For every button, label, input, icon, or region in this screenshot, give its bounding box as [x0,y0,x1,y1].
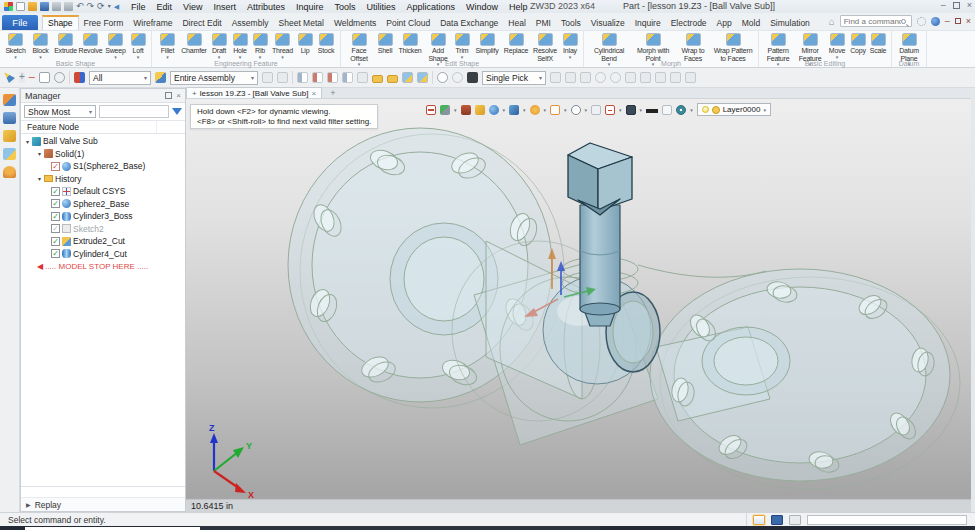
ribbon-button-extrude[interactable]: Extrude [53,32,78,55]
chevron-down-icon[interactable]: ▾ [503,107,506,113]
refresh-icon[interactable] [452,72,463,83]
tab-wireframe[interactable]: Wireframe [128,16,177,30]
tab-close-icon[interactable]: × [311,89,316,98]
constraint-icon[interactable] [342,72,353,83]
tab-shape[interactable]: Shape [42,15,79,30]
view-manager-icon[interactable] [3,148,16,160]
checkbox-disabled-icon[interactable]: ✓ [51,224,60,233]
help-icon[interactable] [931,17,940,26]
chevron-down-icon[interactable]: ▾ [690,107,693,113]
print-preview-icon[interactable] [64,2,73,11]
chevron-down-icon[interactable]: ▾ [137,55,140,60]
tab-tools[interactable]: Tools [556,16,586,30]
checkbox-icon[interactable]: ✓ [51,212,60,221]
ribbon-button-wrap-to-faces[interactable]: Wrap to Faces [675,32,711,62]
tab-visualize[interactable]: Visualize [586,16,630,30]
history-manager-icon[interactable] [3,94,16,106]
document-tab[interactable]: + lesson 19.Z3 - [Ball Valve Sub] × [186,87,322,98]
tab-simulation[interactable]: Simulation [765,16,815,30]
align-icon[interactable] [277,72,288,83]
menu-attributes[interactable]: Attributes [247,2,285,12]
add-to-selection-icon[interactable]: + [19,72,25,83]
ribbon-button-loft[interactable]: Loft▾ [128,32,148,60]
render-image-icon[interactable] [417,72,428,83]
ribbon-button-copy[interactable]: Copy [848,32,868,55]
ribbon-button-lip[interactable]: Lip [295,32,315,55]
ribbon-button-hole[interactable]: Hole▾ [230,32,250,60]
align-icon[interactable] [262,72,273,83]
chevron-down-icon[interactable]: ▾ [564,107,567,113]
expander-icon[interactable]: ▾ [35,150,44,157]
exit-icon[interactable] [426,105,436,115]
settings-gear-icon[interactable] [917,17,926,26]
display-monitor-icon[interactable] [626,105,636,115]
select-cursor-icon[interactable] [4,72,15,83]
chevron-down-icon[interactable]: ▾ [585,107,588,113]
tab-weldments[interactable]: Weldments [329,16,381,30]
chevron-down-icon[interactable]: ▾ [836,55,839,60]
doc-minimize-icon[interactable]: – [945,17,950,26]
ribbon-button-inlay[interactable]: Inlay▾ [560,32,580,60]
panel-close-icon[interactable]: × [176,91,181,100]
menu-insert[interactable]: Insert [213,2,236,12]
minimize-icon[interactable]: – [941,0,946,10]
ribbon-button-stock[interactable]: Stock [315,32,337,55]
history-clock-icon[interactable] [437,72,448,83]
ribbon-button-block[interactable]: Block▾ [28,32,53,60]
doc-restore-icon[interactable] [955,18,961,24]
chevron-down-icon[interactable]: ▾ [281,55,284,60]
chevron-down-icon[interactable]: ▾ [166,55,169,60]
chevron-down-icon[interactable]: ▾ [239,55,242,60]
background-icon[interactable] [662,105,672,115]
tree-item-cylinder4-cut[interactable]: ✓Cylinder4_Cut [21,248,185,261]
tree-item-sphere2-base[interactable]: ✓Sphere2_Base [21,198,185,211]
chevron-down-icon[interactable]: ▾ [640,107,643,113]
checkbox-icon[interactable]: ✓ [51,199,60,208]
highlight-mode-icon[interactable] [550,105,560,115]
role-manager-icon[interactable] [3,166,16,178]
ribbon-button-chamfer[interactable]: Chamfer [180,32,208,55]
remove-from-selection-icon[interactable]: – [29,72,35,83]
snap-hand-icon[interactable] [685,72,696,83]
ribbon-button-resolve-selfx[interactable]: Resolve SelfX [530,32,560,62]
checkbox-icon[interactable]: ✓ [51,237,60,246]
checkbox-icon[interactable]: ✓ [51,187,60,196]
edge-thickness-icon[interactable] [646,109,658,113]
tree-item-solid[interactable]: ▾Solid(1) [21,148,185,161]
menu-view[interactable]: View [183,2,202,12]
tab-pmi[interactable]: PMI [531,16,556,30]
chevron-down-icon[interactable]: ▾ [14,55,17,60]
snap-hand-icon[interactable] [670,72,681,83]
ribbon-button-rib[interactable]: Rib▾ [250,32,270,60]
tab-assembly[interactable]: Assembly [227,16,274,30]
display-mode-icon[interactable] [771,515,783,525]
tab-sheet-metal[interactable]: Sheet Metal [274,16,329,30]
model-stop-marker[interactable]: ◀..... MODEL STOP HERE ..... [21,260,185,273]
tab-app[interactable]: App [712,16,737,30]
regen-icon[interactable]: ⟳ [97,2,105,11]
snap-arc-icon[interactable] [655,72,666,83]
hand-drag-icon[interactable] [357,72,368,83]
doc-close-icon[interactable]: × [966,17,971,26]
manager-header[interactable]: Manager × [21,89,185,103]
chevron-down-icon[interactable]: ▾ [218,55,221,60]
chevron-down-icon[interactable]: ▾ [454,107,457,113]
pick-mode-select[interactable]: Single Pick▾ [482,71,546,85]
scope-select[interactable]: Entire Assembly▾ [170,71,258,85]
layer-selector[interactable]: Layer0000 ▾ [697,103,771,116]
rotation-center-icon[interactable] [571,105,581,115]
shaded-display-icon[interactable] [489,105,499,115]
menu-help[interactable]: Help [509,2,528,12]
undo-icon[interactable]: ↶ [76,2,84,11]
tab-electrode[interactable]: Electrode [666,16,712,30]
snap-curve-icon[interactable] [625,72,636,83]
qa-dropdown-icon[interactable]: ▾ [108,2,111,11]
window-mode-icon[interactable] [789,515,801,525]
tree-item-cylinder3-boss[interactable]: ✓Cylinder3_Boss [21,210,185,223]
new-file-icon[interactable] [16,2,25,11]
visual-manager-icon[interactable] [3,130,16,142]
zoom-window-icon[interactable] [591,105,601,115]
menu-tools[interactable]: Tools [335,2,356,12]
home-icon[interactable]: ⌂ [829,16,835,27]
constraint-icon[interactable] [297,72,308,83]
